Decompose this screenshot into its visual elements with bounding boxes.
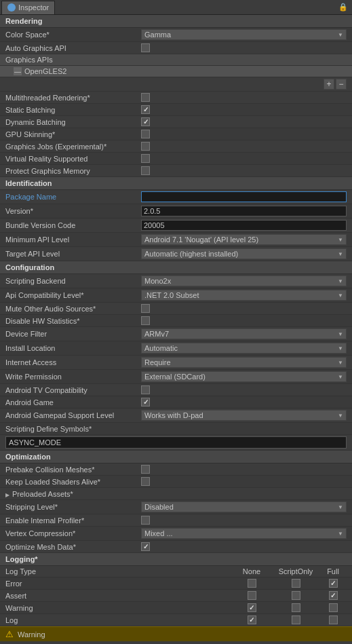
add-remove-api-row: + − — [0, 77, 352, 92]
prebake-label: Prebake Collision Meshes* — [5, 466, 141, 474]
log-warning-full-checkbox[interactable] — [329, 603, 338, 612]
keep-shaders-checkbox[interactable] — [141, 477, 150, 486]
add-api-button[interactable]: + — [324, 79, 334, 90]
graphics-jobs-checkbox[interactable] — [141, 142, 150, 151]
scripting-backend-label: Scripting Backend — [5, 277, 141, 285]
log-assert-none-checkbox[interactable] — [248, 591, 256, 600]
bundle-version-row: Bundle Version Code — [0, 219, 352, 233]
optimize-mesh-checkbox[interactable] — [141, 542, 150, 551]
warning-triangle-icon: ⚠ — [5, 629, 14, 639]
auto-graphics-api-checkbox[interactable] — [141, 43, 150, 52]
protect-graphics-checkbox[interactable] — [141, 166, 150, 175]
color-space-dropdown[interactable]: Gamma ▼ — [141, 29, 347, 40]
graphics-api-header: Graphics APIs — [0, 54, 352, 66]
chevron-down-icon: ▼ — [338, 345, 343, 352]
log-log-scriptonly-checkbox[interactable] — [292, 615, 300, 624]
scripting-define-input[interactable] — [5, 436, 347, 449]
android-gamepad-row: Android Gamepad Support Level Works with… — [0, 409, 352, 423]
bundle-version-label: Bundle Version Code — [5, 221, 141, 229]
log-warning-scriptonly-checkbox[interactable] — [292, 603, 300, 612]
version-row: Version* — [0, 204, 352, 219]
optimization-section-header: Optimization — [0, 451, 352, 463]
chevron-down-icon: ▼ — [338, 292, 343, 299]
internet-access-label: Internet Access — [5, 358, 141, 366]
multithreaded-checkbox[interactable] — [141, 93, 150, 102]
device-filter-row: Device Filter ARMv7 ▼ — [0, 327, 352, 341]
dynamic-batching-label: Dynamic Batching — [5, 118, 141, 126]
write-permission-dropdown[interactable]: External (SDCard) ▼ — [141, 371, 347, 382]
version-input[interactable] — [141, 206, 347, 216]
vr-supported-checkbox[interactable] — [141, 154, 150, 163]
multithreaded-label: Multithreaded Rendering* — [5, 94, 141, 102]
disable-hw-stats-checkbox[interactable] — [141, 316, 150, 325]
package-name-row: Package Name — [0, 190, 352, 204]
scripting-backend-dropdown[interactable]: Mono2x ▼ — [141, 276, 347, 286]
dynamic-batching-checkbox[interactable] — [141, 117, 150, 126]
minus-icon[interactable]: — — [14, 67, 22, 75]
log-error-scriptonly-checkbox[interactable] — [292, 579, 300, 588]
log-warning-none-checkbox[interactable] — [248, 603, 256, 612]
enable-profiler-checkbox[interactable] — [141, 516, 150, 525]
stripping-level-dropdown[interactable]: Disabled ▼ — [141, 501, 347, 512]
device-filter-dropdown[interactable]: ARMv7 ▼ — [141, 328, 347, 339]
install-location-dropdown[interactable]: Automatic ▼ — [141, 343, 347, 354]
prebake-checkbox[interactable] — [141, 465, 150, 474]
android-game-row: Android Game — [0, 396, 352, 409]
target-api-dropdown[interactable]: Automatic (highest installed) ▼ — [141, 248, 347, 259]
vr-supported-label: Virtual Reality Supported — [5, 155, 141, 163]
bundle-version-input[interactable] — [141, 220, 347, 231]
gpu-skinning-checkbox[interactable] — [141, 130, 150, 138]
api-compat-dropdown[interactable]: .NET 2.0 Subset ▼ — [141, 290, 347, 301]
android-tv-checkbox[interactable] — [141, 385, 150, 394]
logging-header-row: Log Type None ScriptOnly Full — [0, 566, 352, 577]
log-full-header: Full — [319, 567, 347, 575]
log-log-label: Log — [5, 616, 231, 624]
log-error-label: Error — [5, 580, 231, 588]
lock-button[interactable]: 🔒 — [336, 3, 351, 12]
vertex-compression-dropdown[interactable]: Mixed ... ▼ — [141, 528, 347, 539]
min-api-dropdown[interactable]: Android 7.1 'Nougat' (API level 25) ▼ — [141, 234, 347, 245]
log-none-header: None — [231, 567, 272, 575]
log-error-none-checkbox[interactable] — [248, 579, 256, 588]
color-space-row: Color Space* Gamma ▼ — [0, 28, 352, 42]
auto-graphics-api-value[interactable] — [141, 43, 347, 52]
scripting-define-header-row: Scripting Define Symbols* — [0, 423, 352, 435]
logging-section-header: Logging* — [0, 553, 352, 566]
prebake-row: Prebake Collision Meshes* — [0, 463, 352, 476]
preloaded-assets-arrow[interactable] — [5, 490, 9, 498]
log-warning-label: Warning — [5, 604, 231, 612]
inspector-tab[interactable]: Inspector — [1, 1, 55, 14]
android-game-label: Android Game — [5, 398, 141, 406]
chevron-down-icon: ▼ — [338, 237, 343, 243]
android-gamepad-dropdown[interactable]: Works with D-pad ▼ — [141, 410, 347, 421]
log-scriptonly-header: ScriptOnly — [272, 567, 319, 575]
auto-graphics-api-row: Auto Graphics API — [0, 42, 352, 54]
chevron-down-icon: ▼ — [338, 251, 343, 257]
target-api-label: Target API Level — [5, 250, 141, 258]
log-assert-full-checkbox[interactable] — [329, 591, 338, 600]
graphics-jobs-row: Graphics Jobs (Experimental)* — [0, 140, 352, 153]
internet-access-dropdown[interactable]: Require ▼ — [141, 357, 347, 368]
remove-api-button[interactable]: − — [336, 79, 347, 90]
package-name-input[interactable] — [141, 191, 347, 202]
write-permission-label: Write Permission — [5, 373, 141, 381]
log-assert-label: Assert — [5, 592, 231, 600]
preloaded-assets-row: Preloaded Assets* — [0, 488, 352, 500]
log-log-none-checkbox[interactable] — [248, 615, 256, 624]
disable-hw-stats-row: Disable HW Statistics* — [0, 315, 352, 327]
chevron-down-icon: ▼ — [338, 504, 343, 510]
keep-shaders-label: Keep Loaded Shaders Alive* — [5, 478, 141, 486]
static-batching-checkbox[interactable] — [141, 105, 150, 114]
android-gamepad-label: Android Gamepad Support Level — [5, 411, 141, 419]
color-space-label: Color Space* — [5, 31, 141, 39]
stripping-level-row: Stripping Level* Disabled ▼ — [0, 500, 352, 514]
log-error-full-checkbox[interactable] — [329, 579, 338, 588]
android-game-checkbox[interactable] — [141, 398, 150, 406]
stripping-level-label: Stripping Level* — [5, 503, 141, 511]
log-assert-scriptonly-checkbox[interactable] — [292, 591, 300, 600]
log-log-full-checkbox[interactable] — [329, 615, 338, 624]
package-name-label: Package Name — [5, 193, 141, 201]
mute-audio-checkbox[interactable] — [141, 304, 150, 313]
warning-bar: ⚠ Warning — [0, 626, 352, 641]
scripting-define-input-row — [0, 435, 352, 451]
